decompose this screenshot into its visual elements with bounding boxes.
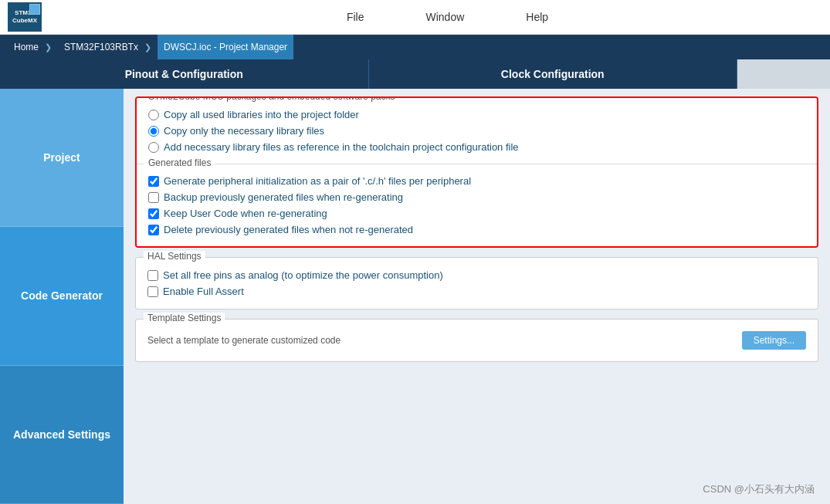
template-description: Select a template to generate customized… <box>147 335 340 346</box>
main-layout: Project Code Generator Advanced Settings… <box>0 89 830 504</box>
sidebar-item-project[interactable]: Project <box>0 89 124 227</box>
menu-help[interactable]: Help <box>518 7 556 27</box>
breadcrumb-home[interactable]: Home <box>8 35 58 59</box>
generated-checkbox-group: Generate peripheral initialization as a … <box>148 175 805 235</box>
menu-bar: STM32CubeMX File Window Help <box>0 0 830 35</box>
app-logo: STM32CubeMX <box>8 2 42 32</box>
mcu-radio-group: Copy all used libraries into the project… <box>148 109 805 153</box>
menu-file[interactable]: File <box>339 7 372 27</box>
hal-checkbox-group: Set all free pins as analog (to optimize… <box>147 269 806 297</box>
sidebar: Project Code Generator Advanced Settings <box>0 89 124 504</box>
tab-bar: Pinout & Configuration Clock Configurati… <box>0 59 830 89</box>
radio-add-reference-input[interactable] <box>148 142 159 153</box>
hal-settings-section: HAL Settings Set all free pins as analog… <box>135 257 818 310</box>
menu-items: File Window Help <box>73 7 822 27</box>
checkbox-keep-user-code[interactable]: Keep User Code when re-generating <box>148 208 805 219</box>
checkbox-hal-free-pins-input[interactable] <box>147 270 158 281</box>
breadcrumb-board[interactable]: STM32F103RBTx <box>58 35 158 59</box>
checkbox-backup-input[interactable] <box>148 192 159 203</box>
generated-files-section: Generated files Generate peripheral init… <box>137 164 817 246</box>
breadcrumb: Home STM32F103RBTx DWSCJ.ioc - Project M… <box>0 35 830 59</box>
checkbox-delete-prev-input[interactable] <box>148 225 159 235</box>
checkbox-generate-peripheral-input[interactable] <box>148 176 159 187</box>
radio-copy-necessary[interactable]: Copy only the necessary library files <box>148 125 805 137</box>
checkbox-hal-free-pins[interactable]: Set all free pins as analog (to optimize… <box>147 269 806 281</box>
radio-copy-all-input[interactable] <box>148 110 159 120</box>
checkbox-keep-user-code-input[interactable] <box>148 208 159 219</box>
tab-clock[interactable]: Clock Configuration <box>369 59 738 89</box>
radio-add-reference[interactable]: Add necessary library files as reference… <box>148 141 805 153</box>
template-settings-section: Template Settings Select a template to g… <box>135 319 818 362</box>
breadcrumb-project[interactable]: DWSCJ.ioc - Project Manager <box>158 35 293 59</box>
checkbox-generate-peripheral[interactable]: Generate peripheral initialization as a … <box>148 175 805 187</box>
mcu-packages-section: STM32Cube MCU packages and embedded soft… <box>137 98 817 164</box>
content-area: STM32Cube MCU packages and embedded soft… <box>124 89 830 504</box>
checkbox-delete-prev[interactable]: Delete previously generated files when n… <box>148 224 805 235</box>
tab-pinout[interactable]: Pinout & Configuration <box>0 59 369 89</box>
checkbox-hal-full-assert[interactable]: Enable Full Assert <box>147 286 806 297</box>
hal-section-title: HAL Settings <box>144 251 205 262</box>
tab-extra <box>737 59 830 89</box>
highlight-box: STM32Cube MCU packages and embedded soft… <box>135 96 818 248</box>
sidebar-item-advanced-settings[interactable]: Advanced Settings <box>0 366 124 504</box>
mcu-section-title: STM32Cube MCU packages and embedded soft… <box>144 96 399 102</box>
radio-copy-necessary-input[interactable] <box>148 126 159 137</box>
template-section-title: Template Settings <box>144 313 225 323</box>
template-row: Select a template to generate customized… <box>147 331 806 350</box>
menu-window[interactable]: Window <box>418 7 472 27</box>
checkbox-hal-full-assert-input[interactable] <box>147 286 158 297</box>
logo-cube-icon <box>29 4 40 15</box>
logo-area: STM32CubeMX <box>8 2 42 32</box>
sidebar-item-code-generator[interactable]: Code Generator <box>0 227 124 365</box>
checkbox-backup[interactable]: Backup previously generated files when r… <box>148 191 805 203</box>
generated-section-title: Generated files <box>144 157 215 168</box>
settings-button[interactable]: Settings... <box>742 331 806 350</box>
watermark: CSDN @小石头有大内涵 <box>703 482 815 496</box>
radio-copy-all[interactable]: Copy all used libraries into the project… <box>148 109 805 120</box>
